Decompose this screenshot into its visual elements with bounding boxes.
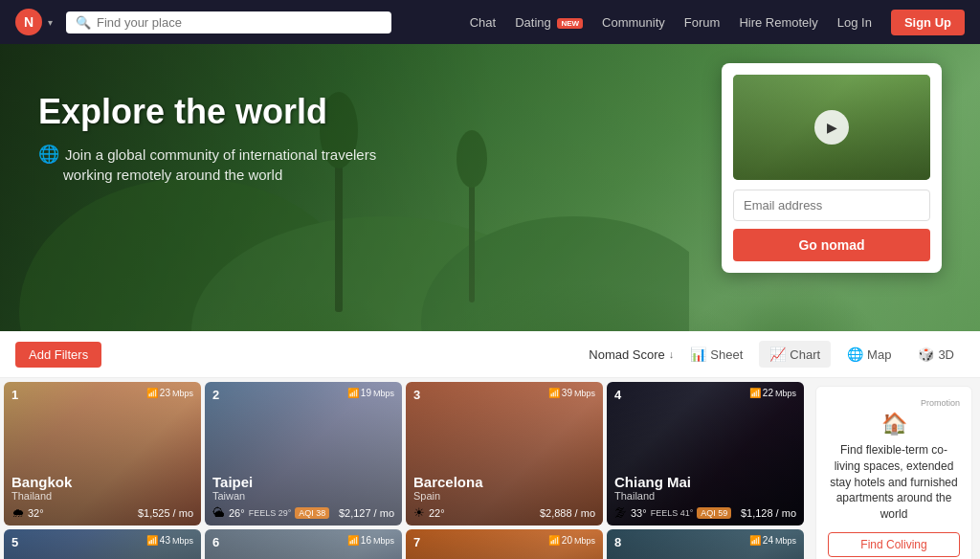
- city-price: $1,128 / mo: [741, 507, 796, 519]
- signup-button[interactable]: Sign Up: [891, 10, 965, 35]
- city-temp: 22°: [429, 507, 445, 519]
- nav-hire-remotely[interactable]: Hire Remotely: [739, 15, 817, 30]
- wifi-icon: 📶: [347, 388, 359, 398]
- search-bar[interactable]: 🔍: [66, 11, 391, 34]
- city-wifi: 📶 22 Mbps: [749, 388, 796, 398]
- city-price: $1,525 / mo: [138, 507, 193, 519]
- city-stats: 🌫 33° FEELS 41° AQI 59 $1,128 / mo: [614, 505, 796, 520]
- city-name: Chiang Mai: [614, 474, 796, 490]
- city-card-8[interactable]: 8 📶 24 Mbps: [607, 529, 804, 559]
- nav-chat[interactable]: Chat: [470, 15, 496, 30]
- city-card-5[interactable]: 5 📶 43 Mbps: [4, 529, 201, 559]
- wifi-icon: 📶: [146, 535, 158, 546]
- nav-dating[interactable]: Dating NEW: [515, 15, 583, 30]
- city-wifi: 📶 24 Mbps: [749, 535, 796, 546]
- city-info: Barcelona Spain ☀ 22° $2,888 / mo: [406, 468, 603, 525]
- city-temp: 26°: [229, 507, 245, 519]
- sort-label[interactable]: Nomad Score ↓: [589, 347, 674, 362]
- city-card-7[interactable]: 7 📶 20 Mbps: [406, 529, 603, 559]
- globe-icon: 🌐: [38, 144, 59, 165]
- city-country: Spain: [413, 490, 595, 502]
- 3d-view-button[interactable]: 🎲 3D: [907, 341, 965, 368]
- wifi-icon: 📶: [749, 535, 761, 546]
- city-name: Taipei: [212, 474, 394, 490]
- email-input[interactable]: [733, 190, 930, 221]
- city-country: Thailand: [11, 490, 193, 502]
- svg-rect-5: [469, 168, 475, 302]
- nav-forum[interactable]: Forum: [684, 15, 721, 30]
- find-coliving-button[interactable]: Find Coliving: [828, 532, 960, 557]
- city-info: Chiang Mai Thailand 🌫 33° FEELS 41° AQI …: [607, 468, 804, 525]
- city-wifi: 📶 43 Mbps: [146, 535, 193, 546]
- nav-community[interactable]: Community: [602, 15, 665, 30]
- play-button[interactable]: ▶: [814, 110, 849, 145]
- city-wifi: 📶 23 Mbps: [146, 388, 193, 398]
- city-rank: 1: [11, 388, 18, 402]
- filters-bar: Add Filters Nomad Score ↓ 📊 Sheet 📈 Char…: [0, 331, 980, 378]
- promotion-label: Promotion: [828, 398, 960, 408]
- logo[interactable]: N: [15, 9, 42, 35]
- city-card-6[interactable]: 6 📶 16 Mbps: [205, 529, 402, 559]
- city-wifi: 📶 20 Mbps: [548, 535, 595, 546]
- sheet-icon: 📊: [690, 347, 706, 362]
- chart-view-button[interactable]: 📈 Chart: [759, 341, 831, 368]
- city-rank: 3: [413, 388, 420, 402]
- wifi-icon: 📶: [548, 388, 560, 398]
- city-name: Barcelona: [413, 474, 595, 490]
- city-wifi: 📶 39 Mbps: [548, 388, 595, 398]
- 3d-icon: 🎲: [918, 347, 934, 362]
- new-badge: NEW: [557, 18, 583, 29]
- city-rank: 8: [614, 535, 621, 549]
- feels-badge: FEELS 41°: [651, 508, 694, 518]
- ad-home-icon: 🏠: [828, 412, 960, 436]
- search-icon: 🔍: [76, 15, 91, 30]
- city-name: Bangkok: [11, 474, 193, 490]
- search-input[interactable]: [97, 15, 382, 30]
- city-price: $2,127 / mo: [339, 507, 394, 519]
- city-temp: 33°: [631, 507, 647, 519]
- ad-card: Promotion 🏠 Find flexible-term co-living…: [815, 386, 972, 559]
- weather-icon: 🌧: [11, 505, 24, 520]
- weather-icon: 🌫: [614, 505, 627, 520]
- aqi-badge: AQI 59: [697, 507, 731, 519]
- city-rank: 2: [212, 388, 219, 402]
- hero-signup-card: ▶ Go nomad: [722, 63, 942, 273]
- city-stats: ☀ 22° $2,888 / mo: [413, 505, 595, 520]
- add-filters-button[interactable]: Add Filters: [15, 342, 101, 368]
- city-card-barcelona[interactable]: 3 📶 39 Mbps Barcelona Spain ☀ 22° $2,888…: [406, 382, 603, 525]
- chart-icon: 📈: [769, 347, 786, 362]
- ad-text: Find flexible-term co-living spaces, ext…: [828, 442, 960, 523]
- city-card-chiangmai[interactable]: 4 📶 22 Mbps Chiang Mai Thailand 🌫 33° FE…: [607, 382, 804, 525]
- city-info: Bangkok Thailand 🌧 32° $1,525 / mo: [4, 468, 201, 525]
- city-temp: 32°: [28, 507, 44, 519]
- city-country: Taiwan: [212, 490, 394, 502]
- cities-grid: 1 📶 23 Mbps Bangkok Thailand 🌧 32° $1,52…: [0, 378, 808, 529]
- main-content: 1 📶 23 Mbps Bangkok Thailand 🌧 32° $1,52…: [0, 378, 980, 559]
- wifi-icon: 📶: [548, 535, 560, 546]
- weather-icon: ☀: [413, 505, 425, 520]
- nav-links: Chat Dating NEW Community Forum Hire Rem…: [470, 10, 965, 35]
- chevron-down-icon[interactable]: ▾: [48, 17, 53, 28]
- city-card-taipei[interactable]: 2 📶 19 Mbps Taipei Taiwan 🌥 26° FEELS 29…: [205, 382, 402, 525]
- city-country: Thailand: [614, 490, 796, 502]
- city-wifi: 📶 16 Mbps: [347, 535, 394, 546]
- go-nomad-button[interactable]: Go nomad: [733, 229, 930, 261]
- city-rank: 7: [413, 535, 420, 549]
- weather-icon: 🌥: [212, 505, 225, 520]
- wifi-icon: 📶: [749, 388, 761, 398]
- aqi-badge: AQI 38: [295, 507, 329, 519]
- wifi-icon: 📶: [146, 388, 158, 398]
- hero-section: Explore the world 🌐 Join a global commun…: [0, 44, 980, 331]
- navbar: N ▾ 🔍 Chat Dating NEW Community Forum Hi…: [0, 0, 980, 44]
- sidebar-ad: Promotion 🏠 Find flexible-term co-living…: [808, 378, 980, 559]
- video-thumbnail[interactable]: ▶: [733, 75, 930, 180]
- city-price: $2,888 / mo: [540, 507, 595, 519]
- wifi-icon: 📶: [347, 535, 359, 546]
- city-info: Taipei Taiwan 🌥 26° FEELS 29° AQI 38 $2,…: [205, 468, 402, 525]
- city-stats: 🌥 26° FEELS 29° AQI 38 $2,127 / mo: [212, 505, 394, 520]
- login-button[interactable]: Log In: [837, 15, 872, 30]
- sort-arrow-icon: ↓: [669, 348, 675, 360]
- map-view-button[interactable]: 🌐 Map: [836, 341, 902, 368]
- city-card-bangkok[interactable]: 1 📶 23 Mbps Bangkok Thailand 🌧 32° $1,52…: [4, 382, 201, 525]
- sheet-view-button[interactable]: 📊 Sheet: [679, 341, 753, 368]
